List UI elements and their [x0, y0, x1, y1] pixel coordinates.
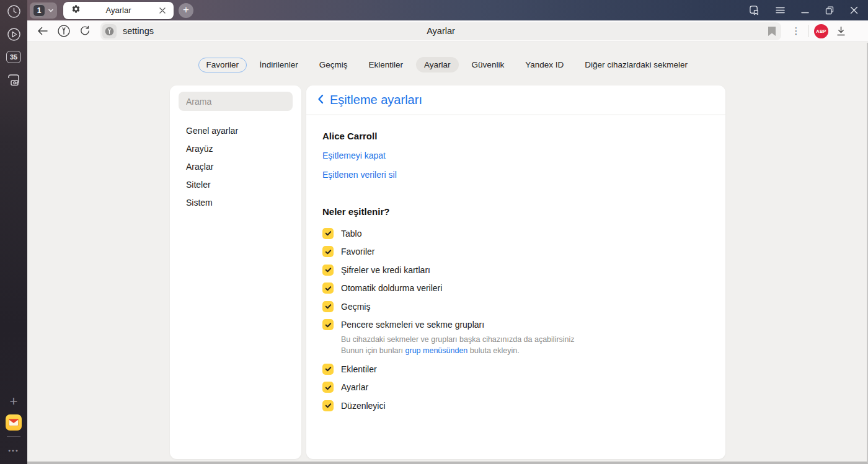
refresh-icon[interactable] — [74, 22, 95, 40]
page-title: Ayarlar — [100, 26, 781, 36]
sync-items-list: Tablo Favoriler Şifreler ve kredi kartla… — [322, 224, 707, 415]
chevron-down-icon — [48, 5, 54, 16]
disable-sync-link[interactable]: Eşitlemeyi kapat — [322, 151, 386, 160]
window-controls — [749, 5, 868, 15]
nav-tab-guvenlik[interactable]: Güvenlik — [464, 57, 513, 72]
tab-group-count-badge: 1 — [33, 4, 45, 17]
points-counter-badge[interactable]: 35 — [5, 48, 22, 66]
address-bar[interactable]: settings Ayarlar — [100, 22, 781, 40]
sync-settings-header[interactable]: Eşitleme ayarları — [306, 85, 725, 115]
sync-item-gecmis[interactable]: Geçmiş — [322, 297, 707, 316]
browser-window: 1 Ayarlar + — [0, 0, 868, 464]
restore-icon[interactable] — [825, 6, 834, 15]
side-rail: 35 + ••• — [0, 0, 27, 464]
settings-sidebar-card: Genel ayarlar Arayüz Araçlar Siteler Sis… — [170, 85, 301, 459]
new-tab-button[interactable]: + — [179, 3, 193, 18]
tab-panel-icon[interactable] — [749, 5, 760, 15]
back-icon[interactable] — [32, 22, 53, 40]
chevron-left-icon — [317, 94, 324, 107]
checkbox-checked-icon[interactable] — [322, 364, 334, 375]
checkbox-checked-icon[interactable] — [322, 282, 334, 294]
sync-item-duzenleyici[interactable]: Düzenleyici — [322, 396, 707, 415]
sidebar-item-arayuz[interactable]: Arayüz — [170, 140, 301, 158]
yandex-mail-icon[interactable] — [5, 414, 22, 431]
screenshot-icon[interactable] — [5, 71, 22, 89]
toolbar: settings Ayarlar ⋮ ABP — [27, 20, 868, 42]
toolbar-divider — [808, 25, 809, 37]
bookmark-icon[interactable] — [768, 26, 776, 37]
checkbox-checked-icon[interactable] — [322, 319, 334, 330]
nav-tab-indirilenler[interactable]: İndirilenler — [252, 57, 306, 72]
yandex-services-icon[interactable] — [53, 22, 74, 40]
menu-icon[interactable] — [776, 6, 785, 14]
sync-item-favoriler[interactable]: Favoriler — [322, 243, 707, 261]
checkbox-checked-icon[interactable] — [322, 228, 334, 239]
close-window-icon[interactable] — [850, 6, 858, 14]
settings-nav-list: Genel ayarlar Arayüz Araçlar Siteler Sis… — [170, 122, 301, 212]
sidebar-item-siteler[interactable]: Siteler — [170, 176, 301, 194]
toolbar-overflow-icon[interactable]: ⋮ — [790, 25, 802, 37]
nav-tab-diger-cihazlar[interactable]: Diğer cihazlardaki sekmeler — [577, 57, 696, 72]
checkbox-checked-icon[interactable] — [322, 400, 334, 411]
nav-tab-yandex-id[interactable]: Yandex ID — [517, 57, 572, 72]
nav-tab-eklentiler[interactable]: Eklentiler — [361, 57, 412, 72]
tab-ayarlar[interactable]: Ayarlar — [63, 2, 174, 19]
checkbox-checked-icon[interactable] — [322, 246, 334, 257]
sync-item-tablo[interactable]: Tablo — [322, 224, 707, 243]
nav-tab-favoriler[interactable]: Favoriler — [198, 58, 247, 72]
rail-more-icon[interactable]: ••• — [5, 442, 22, 459]
sidebar-item-sistem[interactable]: Sistem — [170, 194, 301, 212]
minimize-icon[interactable] — [801, 6, 809, 14]
tab-group-selector[interactable]: 1 — [30, 2, 57, 19]
sync-section-heading: Neler eşitlenir? — [322, 206, 707, 217]
history-clock-icon[interactable] — [5, 2, 22, 20]
url-text: settings — [123, 26, 154, 36]
search-input[interactable] — [179, 92, 293, 111]
tab-close-icon[interactable] — [157, 6, 167, 15]
settings-page: Favoriler İndirilenler Geçmiş Eklentiler… — [27, 43, 868, 464]
sync-item-ayarlar[interactable]: Ayarlar — [322, 379, 707, 397]
sync-settings-title: Eşitleme ayarları — [330, 93, 422, 107]
downloads-icon[interactable] — [836, 26, 846, 37]
sync-item-pencere-sekmeleri[interactable]: Pencere sekmeleri ve sekme grupları — [322, 316, 707, 335]
delete-synced-data-link[interactable]: Eşitlenen verileri sil — [322, 170, 397, 180]
rail-divider — [7, 436, 20, 437]
account-name: Alice Carroll — [322, 131, 707, 141]
checkbox-checked-icon[interactable] — [322, 265, 334, 276]
sync-settings-card: Eşitleme ayarları Alice Carroll Eşitleme… — [306, 85, 725, 459]
nav-tab-ayarlar[interactable]: Ayarlar — [416, 57, 459, 72]
sidebar-item-araclar[interactable]: Araçlar — [170, 158, 301, 176]
sync-item-sifreler[interactable]: Şifreler ve kredi kartları — [322, 261, 707, 279]
sync-item-eklentiler[interactable]: Eklentiler — [322, 360, 707, 379]
checkbox-checked-icon[interactable] — [322, 301, 334, 312]
play-media-icon[interactable] — [5, 25, 22, 43]
gear-icon — [71, 4, 81, 16]
group-menu-link[interactable]: grup menüsünden — [405, 346, 468, 355]
nav-tab-gecmis[interactable]: Geçmiş — [311, 57, 356, 72]
sync-item-otomatik-doldurma[interactable]: Otomatik doldurma verileri — [322, 279, 707, 298]
adblock-plus-icon[interactable]: ABP — [814, 24, 828, 38]
sidebar-item-genel-ayarlar[interactable]: Genel ayarlar — [170, 122, 301, 140]
sync-item-description: Bu cihazdaki sekmeler ve grupları başka … — [341, 335, 707, 356]
rail-add-icon[interactable]: + — [5, 393, 22, 410]
settings-top-nav: Favoriler İndirilenler Geçmiş Eklentiler… — [27, 57, 867, 72]
tab-strip: 1 Ayarlar + — [0, 0, 868, 20]
checkbox-checked-icon[interactable] — [322, 382, 334, 393]
